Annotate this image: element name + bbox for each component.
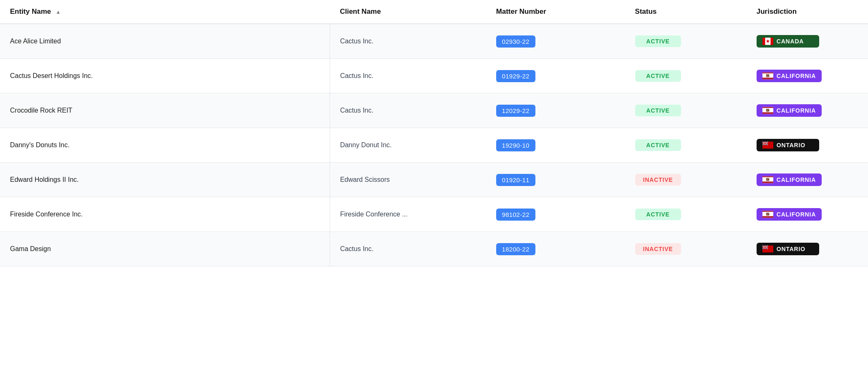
status-badge: ACTIVE bbox=[635, 70, 681, 82]
flag-icon: 🐻 bbox=[762, 72, 773, 80]
status-badge: INACTIVE bbox=[635, 243, 681, 255]
cell-jurisdiction: 🐻 CALIFORNIA bbox=[747, 59, 868, 93]
cell-client-name: Cactus Inc. bbox=[330, 232, 486, 266]
table-header: Entity Name ▲ Client Name Matter Number … bbox=[0, 0, 868, 24]
matter-number-badge: 01920-11 bbox=[496, 174, 535, 186]
client-name-text: Fireside Conference ... bbox=[340, 211, 408, 218]
col-header-client-name-label: Client Name bbox=[340, 8, 381, 15]
entity-name-text: Fireside Conference Inc. bbox=[10, 211, 83, 218]
table-row[interactable]: Ace Alice Limited Cactus Inc. 02930-22 A… bbox=[0, 24, 868, 59]
entities-table: Entity Name ▲ Client Name Matter Number … bbox=[0, 0, 868, 266]
header-row: Entity Name ▲ Client Name Matter Number … bbox=[0, 0, 868, 24]
cell-entity-name: Edward Holdings II Inc. bbox=[0, 163, 330, 197]
client-name-text: Cactus Inc. bbox=[340, 72, 373, 79]
table-row[interactable]: Cactus Desert Holdings Inc. Cactus Inc. … bbox=[0, 59, 868, 93]
col-header-jurisdiction: Jurisdiction bbox=[747, 0, 868, 24]
col-header-matter-number-label: Matter Number bbox=[496, 8, 546, 15]
cell-entity-name: Crocodile Rock REIT bbox=[0, 93, 330, 128]
cell-entity-name: Fireside Conference Inc. bbox=[0, 197, 330, 232]
table-row[interactable]: Danny's Donuts Inc. Danny Donut Inc. 192… bbox=[0, 128, 868, 163]
status-badge: INACTIVE bbox=[635, 174, 681, 186]
flag-icon bbox=[762, 38, 773, 45]
cell-matter-number: 19290-10 bbox=[486, 128, 625, 163]
svg-text:🐻: 🐻 bbox=[766, 212, 770, 216]
jurisdiction-badge: CANADA bbox=[757, 35, 819, 48]
svg-rect-5 bbox=[762, 73, 773, 73]
entity-name-text: Edward Holdings II Inc. bbox=[10, 176, 79, 183]
entity-name-text: Gama Design bbox=[10, 245, 51, 252]
cell-matter-number: 01920-11 bbox=[486, 163, 625, 197]
cell-jurisdiction: 🐻 CALIFORNIA bbox=[747, 163, 868, 197]
flag-icon: 🐻 bbox=[762, 176, 773, 183]
svg-rect-23 bbox=[762, 176, 773, 177]
entity-name-text: Danny's Donuts Inc. bbox=[10, 141, 70, 148]
status-badge: ACTIVE bbox=[635, 105, 681, 116]
client-name-text: Edward Scissors bbox=[340, 176, 390, 183]
svg-rect-22 bbox=[762, 181, 773, 183]
col-header-status: Status bbox=[625, 0, 747, 24]
cell-matter-number: 02930-22 bbox=[486, 24, 625, 59]
flag-icon bbox=[762, 245, 773, 253]
client-name-text: Cactus Inc. bbox=[340, 107, 373, 114]
svg-rect-9 bbox=[762, 107, 773, 108]
svg-rect-8 bbox=[762, 112, 773, 114]
table-row[interactable]: Edward Holdings II Inc. Edward Scissors … bbox=[0, 163, 868, 197]
svg-text:🐻: 🐻 bbox=[766, 178, 770, 181]
svg-text:🐻: 🐻 bbox=[766, 108, 770, 112]
jurisdiction-badge: ONTARIO bbox=[757, 243, 819, 255]
jurisdiction-label: CALIFORNIA bbox=[777, 73, 816, 79]
jurisdiction-label: CALIFORNIA bbox=[777, 176, 816, 183]
cell-matter-number: 01929-22 bbox=[486, 59, 625, 93]
svg-rect-4 bbox=[762, 78, 773, 79]
matter-number-badge: 12029-22 bbox=[496, 105, 535, 117]
cell-client-name: Edward Scissors bbox=[330, 163, 486, 197]
client-name-text: Cactus Inc. bbox=[340, 245, 373, 252]
jurisdiction-label: CALIFORNIA bbox=[777, 107, 816, 114]
col-header-status-label: Status bbox=[635, 8, 657, 15]
cell-jurisdiction: CANADA bbox=[747, 24, 868, 59]
entity-name-text: Cactus Desert Holdings Inc. bbox=[10, 72, 93, 79]
cell-client-name: Fireside Conference ... bbox=[330, 197, 486, 232]
jurisdiction-label: CANADA bbox=[777, 38, 804, 45]
jurisdiction-label: ONTARIO bbox=[777, 142, 805, 148]
cell-status: ACTIVE bbox=[625, 24, 747, 59]
status-badge: ACTIVE bbox=[635, 139, 681, 151]
cell-client-name: Cactus Inc. bbox=[330, 93, 486, 128]
svg-rect-20 bbox=[762, 143, 768, 143]
cell-entity-name: Danny's Donuts Inc. bbox=[0, 128, 330, 163]
flag-icon bbox=[762, 141, 773, 149]
svg-rect-26 bbox=[762, 216, 773, 218]
table-row[interactable]: Gama Design Cactus Inc. 18200-22 INACTIV… bbox=[0, 232, 868, 266]
cell-matter-number: 98102-22 bbox=[486, 197, 625, 232]
svg-text:🐻: 🐻 bbox=[766, 74, 770, 78]
sort-asc-icon: ▲ bbox=[56, 9, 61, 15]
cell-status: ACTIVE bbox=[625, 197, 747, 232]
svg-rect-38 bbox=[762, 247, 768, 247]
entity-name-text: Crocodile Rock REIT bbox=[10, 107, 72, 114]
cell-status: INACTIVE bbox=[625, 232, 747, 266]
table-row[interactable]: Crocodile Rock REIT Cactus Inc. 12029-22… bbox=[0, 93, 868, 128]
svg-rect-27 bbox=[762, 211, 773, 212]
col-header-entity-name-label: Entity Name bbox=[10, 8, 51, 15]
entity-name-text: Ace Alice Limited bbox=[10, 38, 61, 45]
col-header-jurisdiction-label: Jurisdiction bbox=[757, 8, 797, 15]
cell-matter-number: 12029-22 bbox=[486, 93, 625, 128]
cell-status: INACTIVE bbox=[625, 163, 747, 197]
jurisdiction-label: CALIFORNIA bbox=[777, 211, 816, 218]
flag-icon: 🐻 bbox=[762, 211, 773, 218]
cell-jurisdiction: ONTARIO bbox=[747, 128, 868, 163]
flag-icon: 🐻 bbox=[762, 107, 773, 114]
cell-jurisdiction: 🐻 CALIFORNIA bbox=[747, 197, 868, 232]
table-row[interactable]: Fireside Conference Inc. Fireside Confer… bbox=[0, 197, 868, 232]
jurisdiction-badge: ONTARIO bbox=[757, 139, 819, 151]
col-header-entity-name[interactable]: Entity Name ▲ bbox=[0, 0, 330, 24]
cell-client-name: Cactus Inc. bbox=[330, 59, 486, 93]
status-badge: ACTIVE bbox=[635, 209, 681, 220]
client-name-text: Cactus Inc. bbox=[340, 38, 373, 45]
cell-client-name: Cactus Inc. bbox=[330, 24, 486, 59]
cell-client-name: Danny Donut Inc. bbox=[330, 128, 486, 163]
table-body: Ace Alice Limited Cactus Inc. 02930-22 A… bbox=[0, 24, 868, 266]
jurisdiction-badge: 🐻 CALIFORNIA bbox=[757, 173, 822, 186]
jurisdiction-badge: 🐻 CALIFORNIA bbox=[757, 70, 822, 82]
cell-matter-number: 18200-22 bbox=[486, 232, 625, 266]
